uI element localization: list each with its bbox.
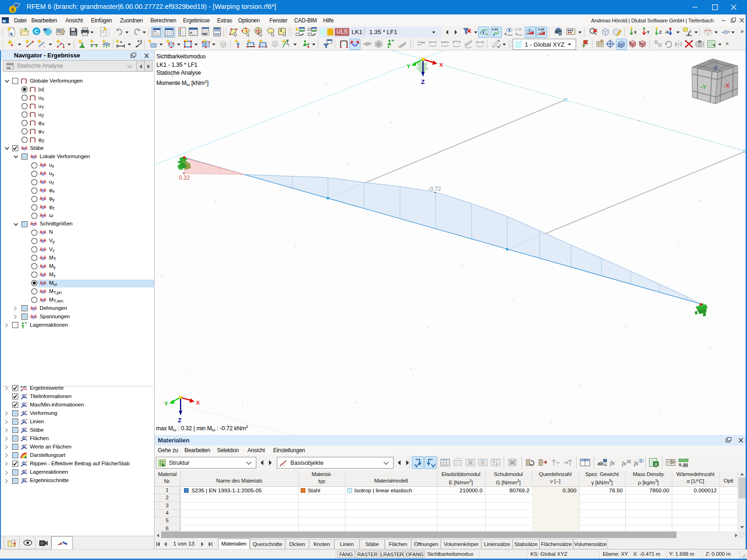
svg-text:-X: -X	[665, 30, 669, 35]
svg-text:-X: -X	[723, 82, 730, 90]
svg-text:-Y: -Y	[646, 30, 650, 35]
svg-text:±: ±	[280, 28, 282, 33]
svg-text:-0.72: -0.72	[428, 186, 441, 192]
svg-text:max Mω : 0.32 | min Mω : -0.72: max Mω : 0.32 | min Mω : -0.72 kNm2	[156, 424, 248, 432]
svg-text:x.xx: x.xx	[538, 28, 545, 31]
svg-text:-Y: -Y	[700, 83, 707, 91]
svg-text:fx: fx	[622, 460, 627, 467]
svg-text:I: I	[44, 45, 45, 49]
svg-text:ab: ab	[598, 461, 603, 466]
svg-text:X: X	[439, 62, 443, 68]
svg-text:-Z: -Z	[712, 64, 718, 70]
svg-text:Z: Z	[421, 79, 425, 85]
svg-text:X: X	[634, 30, 637, 35]
svg-text:X: X	[655, 462, 657, 467]
svg-text:x.xx: x.xx	[515, 28, 522, 31]
svg-text:Y: Y	[407, 63, 410, 69]
svg-text:»_: »_	[190, 31, 195, 35]
svg-text:0.32: 0.32	[179, 175, 190, 181]
svg-text:x.x: x.x	[137, 39, 142, 43]
svg-text:00: 00	[683, 462, 688, 467]
svg-text:Z: Z	[178, 417, 182, 424]
svg-text:X: X	[196, 400, 200, 406]
svg-text:Y: Y	[164, 401, 168, 406]
svg-text:Z: Z	[659, 30, 662, 35]
svg-text:I: I	[289, 43, 289, 48]
svg-text:0,: 0,	[679, 462, 683, 467]
svg-text:>sc: >sc	[202, 32, 207, 36]
svg-text:C: C	[35, 28, 39, 35]
svg-text:I: I	[283, 463, 284, 467]
svg-text:x: x	[120, 40, 122, 44]
svg-text:6: 6	[11, 7, 14, 13]
svg-text:fx: fx	[634, 460, 639, 467]
svg-text:x.xx: x.xx	[492, 28, 499, 31]
svg-text:x.xx: x.xx	[21, 385, 27, 388]
svg-text:fx: fx	[610, 459, 615, 466]
